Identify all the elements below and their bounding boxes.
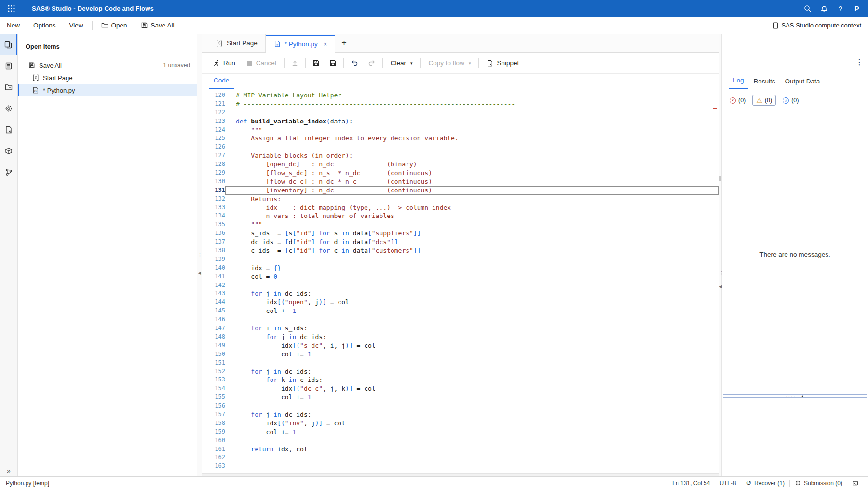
- code-line[interactable]: 140 idx = {}: [202, 264, 719, 272]
- tab-output-data[interactable]: Output Data: [781, 78, 825, 89]
- undo-button[interactable]: [346, 56, 363, 70]
- code-line[interactable]: 153 for k in c_ids:: [202, 376, 719, 384]
- recover-button[interactable]: ↺ Recover (1): [741, 479, 789, 487]
- rail-tasks[interactable]: [0, 119, 17, 140]
- line-number[interactable]: 136: [202, 229, 225, 238]
- code-line[interactable]: 123def build_variable_index(data):: [202, 117, 719, 126]
- code-line[interactable]: 141 col = 0: [202, 272, 719, 281]
- open-item-start-page[interactable]: Start Page: [18, 71, 197, 84]
- rail-program[interactable]: [0, 55, 17, 77]
- code-line[interactable]: 160: [202, 436, 719, 445]
- tab-log[interactable]: Log: [729, 77, 748, 89]
- code-line[interactable]: 130 [flow_dc_c] : n_dc * n_c (continuous…: [202, 177, 719, 186]
- code-line[interactable]: 135 """: [202, 220, 719, 229]
- snippet-button[interactable]: Snippet: [481, 56, 525, 70]
- code-editor[interactable]: 120# MIP Variable Layout Helper121# ----…: [202, 89, 719, 473]
- line-number[interactable]: 131: [202, 186, 225, 195]
- line-number[interactable]: 152: [202, 367, 225, 376]
- code-line[interactable]: 155 col += 1: [202, 393, 719, 402]
- code-line[interactable]: 159 col += 1: [202, 428, 719, 436]
- line-number[interactable]: 123: [202, 117, 225, 126]
- errors-filter[interactable]: ×(0): [730, 97, 746, 104]
- line-number[interactable]: 153: [202, 376, 225, 384]
- code-line[interactable]: 161 return idx, col: [202, 445, 719, 454]
- menu-new[interactable]: New: [0, 17, 27, 34]
- code-line[interactable]: 162: [202, 453, 719, 462]
- line-number[interactable]: 145: [202, 307, 225, 315]
- line-number[interactable]: 161: [202, 445, 225, 454]
- expand-rail-button[interactable]: »: [0, 467, 17, 475]
- line-number[interactable]: 142: [202, 281, 225, 290]
- line-number[interactable]: 137: [202, 238, 225, 246]
- line-number[interactable]: 130: [202, 177, 225, 186]
- code-line[interactable]: 124 """: [202, 126, 719, 135]
- tab-start-page[interactable]: Start Page: [208, 34, 266, 52]
- code-line[interactable]: 133 idx : dict mapping (type, ...) -> co…: [202, 204, 719, 212]
- line-number[interactable]: 132: [202, 195, 225, 204]
- line-number[interactable]: 120: [202, 91, 225, 100]
- line-number[interactable]: 134: [202, 212, 225, 220]
- right-splitter[interactable]: ⋮ ◀: [719, 34, 722, 476]
- menu-view[interactable]: View: [63, 17, 90, 34]
- code-line[interactable]: 156: [202, 402, 719, 410]
- line-number[interactable]: 155: [202, 393, 225, 402]
- submit-button[interactable]: [286, 56, 303, 70]
- code-line[interactable]: 145 col += 1: [202, 307, 719, 315]
- menu-save-all[interactable]: Save All: [134, 17, 181, 34]
- line-number[interactable]: 127: [202, 151, 225, 160]
- code-line[interactable]: 134 n_vars : total number of variables: [202, 212, 719, 220]
- line-number[interactable]: 138: [202, 246, 225, 255]
- line-number[interactable]: 151: [202, 359, 225, 367]
- line-number[interactable]: 154: [202, 384, 225, 393]
- submission-button[interactable]: Submission (0): [790, 480, 847, 487]
- code-line[interactable]: 157 for j in dc_ids:: [202, 410, 719, 419]
- line-number[interactable]: 133: [202, 204, 225, 212]
- code-line[interactable]: 148 for j in dc_ids:: [202, 333, 719, 341]
- rail-steps[interactable]: [0, 98, 17, 119]
- line-number[interactable]: 139: [202, 255, 225, 264]
- search-icon[interactable]: [800, 0, 816, 17]
- cancel-button[interactable]: Cancel: [241, 56, 282, 70]
- line-number[interactable]: 122: [202, 109, 225, 117]
- open-item-python[interactable]: PY * Python.py: [18, 84, 197, 96]
- code-line[interactable]: 120# MIP Variable Layout Helper: [202, 91, 719, 100]
- tab-results[interactable]: Results: [749, 78, 780, 89]
- code-line[interactable]: 149 idx[("s_dc", i, j)] = col: [202, 341, 719, 350]
- code-line[interactable]: 152 for j in dc_ids:: [202, 367, 719, 376]
- line-number[interactable]: 163: [202, 462, 225, 471]
- save-all-row[interactable]: Save All 1 unsaved: [18, 59, 197, 71]
- clear-button[interactable]: Clear▾: [385, 56, 419, 70]
- line-number[interactable]: 125: [202, 134, 225, 143]
- code-line[interactable]: 122: [202, 109, 719, 117]
- code-line[interactable]: 132 Returns:: [202, 195, 719, 204]
- code-line[interactable]: 158 idx[("inv", j)] = col: [202, 419, 719, 428]
- collapse-left-icon[interactable]: ◀: [197, 271, 202, 275]
- new-tab-button[interactable]: +: [335, 34, 353, 52]
- cursor-position[interactable]: Ln 131, Col 54: [667, 480, 715, 487]
- code-line[interactable]: 129 [flow_s_dc] : n_s * n_dc (continuous…: [202, 169, 719, 177]
- line-number[interactable]: 129: [202, 169, 225, 177]
- kebab-menu-icon[interactable]: ⋮: [855, 57, 863, 67]
- fullscreen-icon[interactable]: [847, 480, 863, 486]
- help-icon[interactable]: ?: [832, 0, 849, 17]
- line-number[interactable]: 158: [202, 419, 225, 428]
- code-line[interactable]: 150 col += 1: [202, 350, 719, 359]
- save-as-button[interactable]: [325, 56, 341, 70]
- encoding[interactable]: UTF-8: [715, 480, 741, 487]
- code-line[interactable]: 125 Assign a flat integer index to every…: [202, 134, 719, 143]
- line-number[interactable]: 146: [202, 315, 225, 324]
- line-number[interactable]: 150: [202, 350, 225, 359]
- line-number[interactable]: 144: [202, 298, 225, 307]
- line-number[interactable]: 159: [202, 428, 225, 436]
- line-number[interactable]: 157: [202, 410, 225, 419]
- code-line[interactable]: 139: [202, 255, 719, 264]
- line-number[interactable]: 124: [202, 126, 225, 135]
- menu-open[interactable]: Open: [95, 17, 134, 34]
- code-line[interactable]: 144 idx[("open", j)] = col: [202, 298, 719, 307]
- line-number[interactable]: 149: [202, 341, 225, 350]
- code-line[interactable]: 131 [inventory] : n_dc (continuous): [202, 186, 719, 195]
- code-line[interactable]: 138 c_ids = [c["id"] for c in data["cust…: [202, 246, 719, 255]
- code-line[interactable]: 143 for j in dc_ids:: [202, 289, 719, 298]
- code-line[interactable]: 146: [202, 315, 719, 324]
- line-number[interactable]: 156: [202, 402, 225, 410]
